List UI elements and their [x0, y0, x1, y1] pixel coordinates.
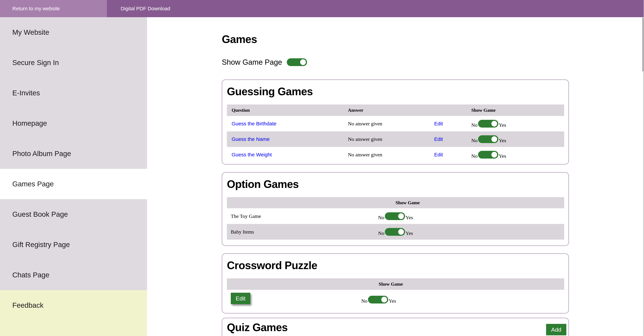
- sidebar-item-feedback[interactable]: Feedback: [0, 290, 147, 336]
- column-header-question: Question: [232, 108, 250, 113]
- toggle-knob-icon: [398, 229, 404, 235]
- sidebar-item-label: Feedback: [12, 290, 44, 321]
- table-header-row: Show Game: [227, 197, 564, 208]
- games-admin-page: Return to my website Digital PDF Downloa…: [0, 0, 644, 336]
- sidebar-item-homepage[interactable]: Homepage: [0, 108, 147, 139]
- question-link[interactable]: Guess the Birthdate: [232, 121, 276, 127]
- toggle-knob-icon: [492, 136, 497, 142]
- crossword-table: Show Game Edit No Yes: [227, 278, 564, 314]
- toggle-yes-label: Yes: [406, 230, 413, 236]
- edit-button[interactable]: Edit: [231, 293, 250, 304]
- game-name: Baby Items: [231, 229, 254, 235]
- column-header-answer: Answer: [348, 108, 364, 113]
- edit-link[interactable]: Edit: [434, 152, 443, 158]
- guessing-games-card: Guessing Games Question Answer Show Game…: [222, 80, 569, 165]
- sidebar-item-label: Guest Book Page: [12, 210, 68, 218]
- table-row: Baby Items No Yes: [227, 224, 564, 240]
- toggle-no-label: No: [471, 153, 478, 159]
- sidebar-item-label: E-Invites: [12, 89, 40, 97]
- show-game-toggle[interactable]: [385, 228, 405, 236]
- toggle-knob-icon: [398, 213, 404, 219]
- toggle-yes-label: Yes: [389, 298, 396, 304]
- answer-text: No answer given: [348, 136, 382, 142]
- add-button[interactable]: Add: [546, 324, 566, 335]
- table-header-row: Question Answer Show Game: [227, 105, 564, 116]
- show-game-toggle-group: No Yes: [471, 135, 506, 143]
- return-to-website-tab[interactable]: Return to my website: [0, 0, 107, 17]
- sidebar-item-label: Homepage: [12, 119, 47, 127]
- column-header-show-game: Show Game: [471, 108, 496, 113]
- main-content: Games Show Game Page Guessing Games Ques…: [147, 17, 644, 336]
- show-game-page-toggle[interactable]: [287, 58, 307, 66]
- crossword-puzzle-title: Crossword Puzzle: [227, 260, 568, 271]
- crossword-puzzle-card: Crossword Puzzle Show Game Edit No Yes: [222, 253, 569, 314]
- table-row: The Toy Game No Yes: [227, 208, 564, 224]
- toggle-yes-label: Yes: [499, 138, 506, 143]
- sidebar-item-label: Chats Page: [12, 271, 49, 279]
- show-game-toggle-group: No Yes: [378, 228, 413, 236]
- show-game-page-row: Show Game Page: [222, 58, 307, 66]
- sidebar-nav: My Website Secure Sign In E-Invites Home…: [0, 17, 147, 336]
- edit-link[interactable]: Edit: [434, 136, 443, 142]
- toggle-knob-icon: [492, 121, 497, 127]
- toggle-knob-icon: [381, 297, 387, 303]
- edit-link[interactable]: Edit: [434, 121, 443, 127]
- quiz-games-title: Quiz Games: [227, 322, 568, 333]
- toggle-yes-label: Yes: [406, 215, 413, 220]
- sidebar-item-label: My Website: [12, 28, 49, 36]
- toggle-knob-icon: [300, 59, 306, 65]
- table-header-row: Show Game: [227, 278, 564, 290]
- guessing-games-table: Question Answer Show Game Guess the Birt…: [227, 105, 564, 163]
- sidebar-item-my-website[interactable]: My Website: [0, 17, 147, 47]
- show-game-toggle-group: No Yes: [378, 212, 413, 220]
- show-game-page-label: Show Game Page: [222, 58, 282, 66]
- sidebar-item-label: Games Page: [12, 180, 54, 188]
- show-game-toggle-group: No Yes: [471, 151, 506, 159]
- toggle-yes-label: Yes: [499, 153, 506, 159]
- table-row: Guess the Name No answer given Edit No Y…: [227, 132, 564, 147]
- toggle-no-label: No: [378, 230, 384, 236]
- table-row: Guess the Birthdate No answer given Edit…: [227, 116, 564, 132]
- sidebar-item-e-invites[interactable]: E-Invites: [0, 78, 147, 108]
- sidebar-item-label: Secure Sign In: [12, 59, 59, 67]
- answer-text: No answer given: [348, 121, 382, 127]
- guessing-games-title: Guessing Games: [227, 86, 568, 97]
- column-header-show-game: Show Game: [379, 281, 403, 287]
- quiz-games-card: Quiz Games Add: [222, 318, 569, 336]
- show-game-toggle[interactable]: [478, 135, 498, 143]
- toggle-no-label: No: [361, 298, 368, 304]
- toggle-no-label: No: [471, 138, 478, 143]
- sidebar-item-secure-sign-in[interactable]: Secure Sign In: [0, 47, 147, 78]
- show-game-toggle[interactable]: [478, 120, 498, 128]
- sidebar-item-photo-album-page[interactable]: Photo Album Page: [0, 139, 147, 169]
- table-row: Edit No Yes: [227, 290, 564, 314]
- question-link[interactable]: Guess the Weight: [232, 152, 272, 158]
- page-title: Games: [222, 33, 257, 45]
- table-row: Guess the Weight No answer given Edit No…: [227, 147, 564, 163]
- sidebar-item-guest-book-page[interactable]: Guest Book Page: [0, 199, 147, 229]
- show-game-toggle[interactable]: [385, 212, 405, 220]
- toggle-no-label: No: [471, 122, 478, 128]
- scrollbar-thumb[interactable]: [642, 17, 644, 71]
- option-games-title: Option Games: [227, 178, 568, 190]
- show-game-toggle-group: No Yes: [361, 296, 396, 304]
- column-header-show-game: Show Game: [396, 200, 420, 205]
- show-game-toggle[interactable]: [368, 296, 388, 304]
- question-link[interactable]: Guess the Name: [232, 136, 270, 142]
- topbar: Return to my website Digital PDF Downloa…: [0, 0, 644, 17]
- sidebar-item-games-page[interactable]: Games Page: [0, 169, 147, 199]
- sidebar-item-gift-registry-page[interactable]: Gift Registry Page: [0, 229, 147, 260]
- option-games-table: Show Game The Toy Game No Yes Baby Items…: [227, 197, 564, 240]
- toggle-yes-label: Yes: [499, 122, 506, 128]
- toggle-knob-icon: [492, 152, 497, 158]
- answer-text: No answer given: [348, 152, 382, 158]
- sidebar-item-label: Photo Album Page: [12, 150, 71, 158]
- show-game-toggle-group: No Yes: [471, 120, 506, 128]
- toggle-no-label: No: [378, 215, 384, 220]
- sidebar-item-label: Gift Registry Page: [12, 241, 70, 249]
- sidebar-item-chats-page[interactable]: Chats Page: [0, 260, 147, 290]
- digital-pdf-download-tab[interactable]: Digital PDF Download: [107, 0, 170, 17]
- game-name: The Toy Game: [231, 213, 261, 219]
- show-game-toggle[interactable]: [478, 151, 498, 159]
- option-games-card: Option Games Show Game The Toy Game No Y…: [222, 172, 569, 246]
